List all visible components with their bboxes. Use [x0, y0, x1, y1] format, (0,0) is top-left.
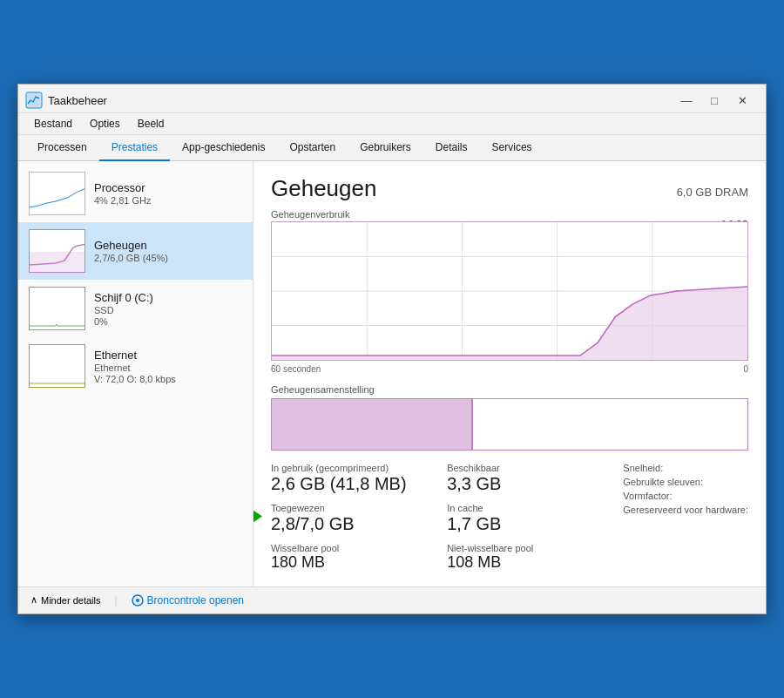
wisselbare-value: 180 MB	[271, 553, 433, 573]
snelheid-label: Snelheid:	[623, 463, 748, 473]
stat-beschikbaar: Beschikbaar 3,3 GB	[447, 463, 609, 494]
svg-marker-16	[253, 508, 262, 525]
toegewezen-value: 2,8/7,0 GB	[271, 513, 433, 534]
main-panel: Geheugen 6,0 GB DRAM Geheugenverbruik 6,…	[253, 161, 766, 586]
sidebar: Processor 4% 2,81 GHz Geheugen 2,7/6,0 G…	[18, 161, 253, 586]
minimize-button[interactable]: —	[673, 91, 700, 109]
niet-wisselbare-value: 108 MB	[447, 553, 609, 573]
schijf-detail1: SSD	[94, 305, 242, 315]
in-gebruik-label: In gebruik (gecomprimeerd)	[271, 463, 433, 473]
geheugen-thumbnail	[29, 229, 85, 273]
sidebar-item-ethernet[interactable]: Ethernet Ethernet V: 72,0 O: 8,0 kbps	[18, 337, 253, 395]
menu-beeld[interactable]: Beeld	[129, 115, 173, 132]
gebruikte-sleuven-label: Gebruikte sleuven:	[623, 477, 748, 487]
right-labels: Snelheid: Gebruikte sleuven: Vormfactor:…	[623, 463, 748, 573]
stats-row2: Toegewezen 2,8/7,0 GB In cache 1,7 GB	[271, 503, 609, 534]
schijf-detail2: 0%	[94, 316, 242, 327]
main-header: Geheugen 6,0 GB DRAM	[271, 175, 748, 202]
geheugen-name: Geheugen	[94, 239, 242, 252]
footer: ∧ Minder details | Broncontrole openen	[18, 586, 766, 613]
sidebar-item-processor[interactable]: Processor 4% 2,81 GHz	[18, 165, 253, 222]
window-title: Taakbeheer	[48, 94, 107, 107]
toegewezen-label: Toegewezen	[271, 503, 433, 513]
source-control-link[interactable]: Broncontrole openen	[132, 594, 244, 607]
stat-toegewezen: Toegewezen 2,8/7,0 GB	[271, 503, 433, 534]
tab-opstarten[interactable]: Opstarten	[277, 135, 348, 161]
svg-rect-2	[30, 173, 85, 215]
close-button[interactable]: ✕	[729, 91, 755, 109]
in-cache-label: In cache	[447, 503, 609, 513]
tab-processen[interactable]: Processen	[25, 135, 99, 161]
svg-rect-5	[30, 288, 85, 330]
sidebar-item-geheugen[interactable]: Geheugen 2,7/6,0 GB (45%)	[18, 222, 253, 280]
ethernet-detail1: Ethernet	[94, 363, 242, 373]
ethernet-name: Ethernet	[94, 349, 242, 362]
schijf-thumbnail	[29, 287, 85, 330]
ethernet-detail2: V: 72,0 O: 8,0 kbps	[94, 374, 242, 384]
composition-label: Geheugensamenstelling	[271, 384, 748, 395]
stat-wisselbare: Wisselbare pool 180 MB	[271, 543, 433, 573]
menu-bar: Bestand Opties Beeld	[18, 113, 766, 135]
chart-time-end: 0	[743, 364, 748, 374]
sidebar-item-schijf[interactable]: Schijf 0 (C:) SSD 0%	[18, 280, 253, 337]
stats-row1: In gebruik (gecomprimeerd) 2,6 GB (41,8 …	[271, 463, 609, 494]
source-control-label: Broncontrole openen	[147, 594, 244, 607]
geheugen-info: Geheugen 2,7/6,0 GB (45%)	[94, 239, 242, 263]
title-bar: Taakbeheer — □ ✕	[18, 85, 766, 113]
schijf-name: Schijf 0 (C:)	[94, 291, 242, 304]
chart-timeline: 60 seconden 0	[271, 364, 748, 374]
title-left: Taakbeheer	[25, 91, 107, 109]
ethernet-info: Ethernet Ethernet V: 72,0 O: 8,0 kbps	[94, 349, 242, 384]
processor-detail: 4% 2,81 GHz	[94, 195, 242, 206]
ethernet-thumbnail	[29, 344, 85, 388]
main-title: Geheugen	[271, 175, 376, 202]
in-gebruik-value: 2,6 GB (41,8 MB)	[271, 473, 433, 494]
comp-used	[272, 399, 471, 450]
stat-niet-wisselbare: Niet-wisselbare pool 108 MB	[447, 543, 609, 573]
tab-details[interactable]: Details	[423, 135, 480, 161]
comp-rest	[473, 399, 747, 450]
schijf-info: Schijf 0 (C:) SSD 0%	[94, 291, 242, 327]
content-area: Processor 4% 2,81 GHz Geheugen 2,7/6,0 G…	[18, 161, 766, 586]
app-icon	[25, 91, 43, 109]
stats-area: In gebruik (gecomprimeerd) 2,6 GB (41,8 …	[271, 463, 748, 573]
monitor-icon	[132, 594, 144, 607]
stat-in-gebruik: In gebruik (gecomprimeerd) 2,6 GB (41,8 …	[271, 463, 433, 494]
tab-app-geschiedenis[interactable]: App-geschiedenis	[170, 135, 277, 161]
memory-chart	[271, 221, 748, 361]
stats-row3: Wisselbare pool 180 MB Niet-wisselbare p…	[271, 543, 609, 573]
tab-services[interactable]: Services	[480, 135, 544, 161]
main-subtitle: 6,0 GB DRAM	[677, 186, 748, 199]
svg-point-18	[136, 599, 139, 602]
less-details-label: Minder details	[41, 595, 100, 606]
beschikbaar-value: 3,3 GB	[447, 473, 609, 494]
menu-bestand[interactable]: Bestand	[25, 115, 81, 132]
processor-name: Processor	[94, 181, 242, 194]
footer-separator: |	[114, 594, 117, 607]
tab-bar: Processen Prestaties App-geschiedenis Op…	[18, 135, 766, 161]
geheugen-detail: 2,7/6,0 GB (45%)	[94, 253, 242, 263]
chart-label: Geheugenverbruik	[271, 209, 748, 220]
processor-info: Processor 4% 2,81 GHz	[94, 181, 242, 206]
vormfactor-label: Vormfactor:	[623, 491, 748, 501]
composition-bar	[271, 398, 748, 451]
stat-in-cache: In cache 1,7 GB	[447, 503, 609, 534]
chart-time-start: 60 seconden	[271, 364, 321, 374]
less-details-button[interactable]: ∧ Minder details	[30, 594, 100, 606]
arrow-container	[253, 504, 262, 532]
tab-gebruikers[interactable]: Gebruikers	[348, 135, 423, 161]
maximize-button[interactable]: □	[701, 91, 727, 109]
niet-wisselbare-label: Niet-wisselbare pool	[447, 543, 609, 553]
svg-rect-6	[30, 345, 85, 388]
chevron-up-icon: ∧	[30, 594, 37, 606]
processor-thumbnail	[29, 172, 85, 215]
svg-marker-14	[272, 287, 747, 360]
tab-prestaties[interactable]: Prestaties	[99, 135, 170, 161]
window-controls: — □ ✕	[673, 91, 755, 109]
menu-opties[interactable]: Opties	[81, 115, 129, 132]
left-stats: In gebruik (gecomprimeerd) 2,6 GB (41,8 …	[271, 463, 609, 573]
green-arrow	[253, 504, 262, 530]
beschikbaar-label: Beschikbaar	[447, 463, 609, 473]
wisselbare-label: Wisselbare pool	[271, 543, 433, 553]
gereserveerd-label: Gereserveerd voor hardware:	[623, 505, 748, 515]
